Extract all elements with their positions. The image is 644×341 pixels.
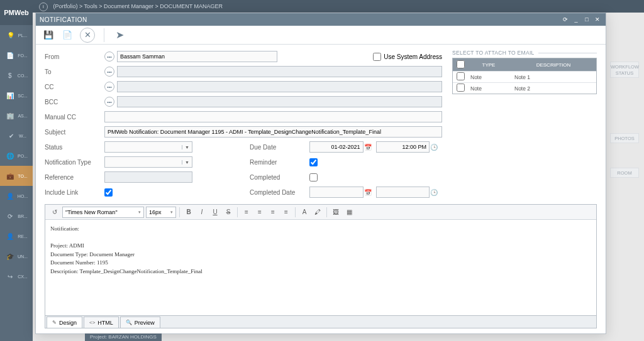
sidebar-item-3[interactable]: 📊SC...	[0, 85, 33, 106]
sidebar-item-label: TO...	[18, 174, 27, 178]
save-icon[interactable]: 💾	[42, 28, 55, 43]
sidebar-item-8[interactable]: 👤HO...	[0, 186, 33, 206]
font-color-icon[interactable]: A	[299, 207, 310, 218]
align-right-icon[interactable]: ≡	[267, 207, 279, 218]
send-icon[interactable]: ➤	[113, 28, 126, 43]
use-system-address[interactable]: Use System Address	[373, 53, 442, 61]
toolbar-separator	[104, 28, 104, 42]
reference-input[interactable]	[104, 171, 192, 183]
tab-design[interactable]: ✎Design	[47, 317, 82, 328]
modal-header: NOTIFICATION ⟳ _ □ ✕	[36, 13, 606, 26]
subject-input[interactable]	[104, 126, 442, 138]
sidebar-item-label: FO...	[18, 53, 28, 58]
calendar-icon[interactable]: 📅	[364, 141, 372, 153]
table-row[interactable]: Note Note 2	[453, 82, 596, 94]
bold-icon[interactable]: B	[183, 207, 194, 218]
doc-icon: 📄	[5, 52, 15, 59]
bcc-input[interactable]	[117, 96, 442, 107]
duetime-input[interactable]	[376, 141, 430, 153]
new-doc-icon[interactable]: 📄	[61, 28, 74, 43]
row-duedate: Due Date 📅 🕒	[250, 140, 442, 154]
calendar-icon[interactable]: 📅	[364, 187, 372, 198]
chart-icon: 📊	[5, 92, 15, 99]
attach-table-header: TYPE DESCRIPTION	[453, 58, 596, 71]
tab-preview[interactable]: 🔍Preview	[120, 317, 160, 328]
close-icon[interactable]: ✕	[593, 15, 602, 24]
tab-html[interactable]: <>HTML	[84, 317, 119, 328]
pick-cc-button[interactable]: •••	[104, 82, 114, 92]
row-notitype: Notification Type ▼	[45, 155, 237, 169]
duedate-input[interactable]	[309, 141, 364, 153]
notitype-select[interactable]: ▼	[104, 156, 192, 168]
includelink-checkbox[interactable]	[104, 188, 113, 197]
reminder-checkbox[interactable]	[309, 158, 318, 166]
pick-from-button[interactable]: •••	[104, 51, 114, 62]
completed-checkbox[interactable]	[309, 173, 318, 181]
sidebar-item-0[interactable]: 💡PL...	[0, 25, 33, 45]
attach-row-checkbox[interactable]	[457, 72, 465, 80]
notification-modal: NOTIFICATION ⟳ _ □ ✕ 💾 📄 ✕ ➤ From •••	[35, 13, 606, 334]
label-notitype: Notification Type	[45, 159, 104, 166]
panel-workflow-status: WORKFLOW STATUS	[610, 62, 639, 78]
attach-select-all[interactable]	[457, 60, 465, 68]
sidebar-item-4[interactable]: 🏢AS...	[0, 106, 33, 126]
label-completed: Completed	[250, 174, 309, 181]
sidebar-item-11[interactable]: 🎓UN...	[0, 246, 33, 266]
sidebar-item-10[interactable]: 👤RE...	[0, 226, 33, 246]
minimize-icon[interactable]: _	[572, 15, 580, 24]
info-icon[interactable]: i	[39, 3, 48, 11]
logout-icon: ↪	[5, 273, 15, 280]
sidebar-item-5[interactable]: ✔W...	[0, 126, 33, 146]
modal-body: From ••• Use System Address To •••	[36, 45, 606, 333]
bulb-icon: 💡	[6, 32, 16, 39]
sidebar-item-label: W...	[19, 134, 26, 138]
panel-room: ROOM	[610, 168, 639, 178]
pick-bcc-button[interactable]: •••	[104, 97, 114, 107]
editor-undo-icon[interactable]: ↺	[49, 207, 60, 218]
main-sidebar: PMWeb 💡PL... 📄FO... $CO... 📊SC... 🏢AS...…	[0, 0, 33, 341]
underline-icon[interactable]: U	[209, 207, 221, 218]
modal-title: NOTIFICATION	[40, 16, 559, 23]
font-family-select[interactable]: "Times New Roman"▾	[62, 207, 144, 218]
sidebar-item-1[interactable]: 📄FO...	[0, 45, 33, 65]
table-icon[interactable]: ▦	[343, 207, 355, 218]
sidebar-item-7[interactable]: 💼TO...	[0, 166, 33, 186]
code-icon: <>	[89, 320, 95, 325]
use-system-checkbox[interactable]	[373, 53, 381, 61]
align-left-icon[interactable]: ≡	[241, 207, 252, 218]
to-input[interactable]	[117, 66, 442, 77]
label-subject: Subject	[45, 129, 104, 136]
building-icon: 🏢	[5, 112, 15, 119]
compdate-input[interactable]	[309, 187, 364, 198]
sidebar-item-12[interactable]: ↪CX...	[0, 266, 33, 286]
sidebar-item-2[interactable]: $CO...	[0, 65, 33, 85]
globe-icon: 🌐	[5, 153, 15, 160]
highlight-icon[interactable]: 🖍	[312, 207, 323, 218]
clock-icon[interactable]: 🕒	[430, 187, 438, 198]
maximize-icon[interactable]: □	[582, 15, 591, 24]
clock-icon[interactable]: 🕒	[430, 141, 438, 153]
align-justify-icon[interactable]: ≡	[280, 207, 292, 218]
pick-to-button[interactable]: •••	[104, 67, 114, 77]
cancel-icon[interactable]: ✕	[80, 28, 95, 43]
cc-input[interactable]	[117, 81, 442, 92]
table-row[interactable]: Note Note 1	[453, 71, 596, 82]
manualcc-input[interactable]	[104, 111, 442, 122]
italic-icon[interactable]: I	[196, 207, 208, 218]
attach-table: TYPE DESCRIPTION Note Note 1 Note Note 2	[452, 58, 597, 94]
sidebar-item-6[interactable]: 🌐PO...	[0, 146, 33, 166]
editor-content[interactable]: Notification: Project: ADMI Document Typ…	[45, 220, 596, 315]
from-input[interactable]	[117, 51, 277, 62]
status-select[interactable]: ▼	[104, 141, 192, 153]
row-reference: Reference	[45, 170, 237, 184]
attach-row-checkbox[interactable]	[457, 84, 465, 92]
attach-panel: SELECT TO ATTACH TO EMAIL TYPE DESCRIPTI…	[452, 50, 597, 200]
font-size-select[interactable]: 16px▾	[146, 207, 176, 218]
sidebar-item-9[interactable]: ⟳BR...	[0, 206, 33, 226]
align-center-icon[interactable]: ≡	[254, 207, 265, 218]
strike-icon[interactable]: S	[223, 207, 234, 218]
comptime-input[interactable]	[376, 187, 430, 198]
refresh-icon[interactable]: ⟳	[561, 15, 570, 24]
dollar-icon: $	[5, 72, 15, 79]
image-icon[interactable]: 🖼	[330, 207, 341, 218]
